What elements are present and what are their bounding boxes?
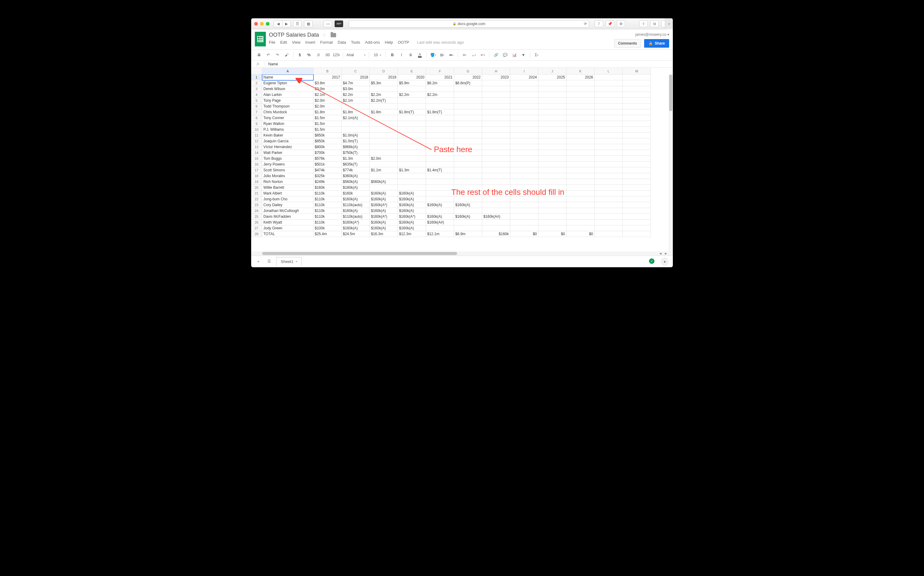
column-header[interactable]: C xyxy=(342,68,370,75)
cell[interactable]: Chris Murdock xyxy=(262,109,314,115)
cell[interactable] xyxy=(370,185,398,190)
cell[interactable]: Joaquín García xyxy=(262,138,314,144)
cell[interactable]: $635k(T) xyxy=(342,162,370,167)
cell[interactable]: Ryan Walton xyxy=(262,121,314,127)
cell[interactable] xyxy=(454,179,482,185)
star-icon[interactable]: ☆ xyxy=(322,32,326,38)
cell[interactable] xyxy=(623,156,651,162)
decrease-decimal-button[interactable]: .0 xyxy=(314,51,322,59)
cell[interactable]: $160k(A) xyxy=(370,190,398,196)
cell[interactable] xyxy=(454,196,482,202)
cell[interactable] xyxy=(482,121,510,127)
cell[interactable] xyxy=(426,138,454,144)
cell[interactable]: 2024 xyxy=(510,75,538,80)
cell[interactable] xyxy=(510,98,538,104)
cell[interactable]: $1.8m xyxy=(314,109,342,115)
cell[interactable] xyxy=(538,185,567,190)
cell[interactable]: $110k xyxy=(314,208,342,214)
cell[interactable]: Keith Wyatt xyxy=(262,219,314,226)
cell[interactable] xyxy=(482,150,510,156)
column-header[interactable]: L xyxy=(595,68,623,75)
cell[interactable]: $1.8m(T) xyxy=(426,109,454,115)
select-all-corner[interactable] xyxy=(251,68,262,75)
cell[interactable] xyxy=(538,179,567,185)
cell[interactable] xyxy=(426,133,454,138)
cell[interactable] xyxy=(426,150,454,156)
cell[interactable] xyxy=(482,115,510,121)
cell[interactable] xyxy=(595,202,623,208)
cell[interactable] xyxy=(370,127,398,133)
cell[interactable] xyxy=(567,162,595,167)
cell[interactable]: $1.8m xyxy=(370,109,398,115)
undo-icon[interactable]: ↶ xyxy=(264,51,272,59)
cell[interactable] xyxy=(426,226,454,231)
menu-ootp[interactable]: OOTP xyxy=(398,40,409,45)
cell[interactable] xyxy=(482,196,510,202)
cell[interactable]: $160k(A) xyxy=(398,190,426,196)
cell[interactable]: 2025 xyxy=(538,75,567,80)
cell[interactable]: $24.5m xyxy=(342,231,370,237)
cell[interactable]: $160k xyxy=(314,185,342,190)
cell[interactable]: $2.0m xyxy=(314,98,342,104)
cell[interactable] xyxy=(538,167,567,173)
cell[interactable] xyxy=(567,127,595,133)
row-header[interactable]: 21 xyxy=(251,190,262,196)
comments-button[interactable]: Comments xyxy=(614,39,641,48)
cell[interactable]: $1.3m xyxy=(342,156,370,162)
cell[interactable]: $750k(T) xyxy=(342,150,370,156)
cell[interactable] xyxy=(510,92,538,98)
cell[interactable]: $5.9m xyxy=(398,80,426,86)
cell[interactable] xyxy=(426,179,454,185)
cell[interactable] xyxy=(538,92,567,98)
cell[interactable]: $160k(A) xyxy=(370,208,398,214)
cell[interactable] xyxy=(370,162,398,167)
cell[interactable]: Mark Albert xyxy=(262,190,314,196)
cell[interactable]: $160k xyxy=(342,190,370,196)
cell[interactable] xyxy=(454,121,482,127)
column-header[interactable]: M xyxy=(623,68,651,75)
cell[interactable] xyxy=(595,179,623,185)
cell[interactable] xyxy=(538,121,567,127)
cell[interactable] xyxy=(482,173,510,179)
cell[interactable] xyxy=(567,156,595,162)
cell[interactable] xyxy=(623,219,651,226)
folder-icon[interactable] xyxy=(331,33,336,37)
cell[interactable] xyxy=(567,185,595,190)
cell[interactable] xyxy=(510,144,538,150)
row-header[interactable]: 27 xyxy=(251,226,262,231)
cell[interactable]: TOTAL xyxy=(262,231,314,237)
scroll-left-icon[interactable]: ◀ xyxy=(658,252,663,255)
cell[interactable]: 2018 xyxy=(342,75,370,80)
more-formats-button[interactable]: 123 ▾ xyxy=(332,51,341,59)
cell[interactable]: $160k(A) xyxy=(426,214,454,219)
cell[interactable] xyxy=(510,133,538,138)
cell[interactable]: $774k xyxy=(342,167,370,173)
cell[interactable] xyxy=(426,156,454,162)
cell[interactable] xyxy=(567,144,595,150)
cell[interactable]: Jody Green xyxy=(262,226,314,231)
cell[interactable] xyxy=(595,150,623,156)
cell[interactable] xyxy=(454,162,482,167)
row-header[interactable]: 1 xyxy=(251,75,262,80)
cell[interactable]: $2.2m xyxy=(370,92,398,98)
column-header[interactable]: B xyxy=(314,68,342,75)
row-header[interactable]: 28 xyxy=(251,231,262,237)
cell[interactable]: $110k xyxy=(314,190,342,196)
merge-cells-button[interactable]: ⬌ ▾ xyxy=(447,51,456,59)
sheets-logo-icon[interactable] xyxy=(255,32,266,46)
cell[interactable] xyxy=(567,179,595,185)
cell[interactable]: Tony Conner xyxy=(262,115,314,121)
cell[interactable] xyxy=(567,115,595,121)
new-tab-button[interactable]: + xyxy=(665,18,673,29)
window-minimize-button[interactable] xyxy=(260,22,264,26)
cell[interactable] xyxy=(510,121,538,127)
cell[interactable]: $2.1m xyxy=(314,92,342,98)
cell[interactable] xyxy=(482,156,510,162)
cell[interactable]: $501k xyxy=(314,162,342,167)
cell[interactable]: $160k(A) xyxy=(342,208,370,214)
all-sheets-button[interactable]: ☰ xyxy=(265,258,273,266)
cell[interactable]: Walt Parker xyxy=(262,150,314,156)
cell[interactable]: $12.1m xyxy=(426,231,454,237)
cell[interactable] xyxy=(595,104,623,109)
cell[interactable] xyxy=(623,98,651,104)
